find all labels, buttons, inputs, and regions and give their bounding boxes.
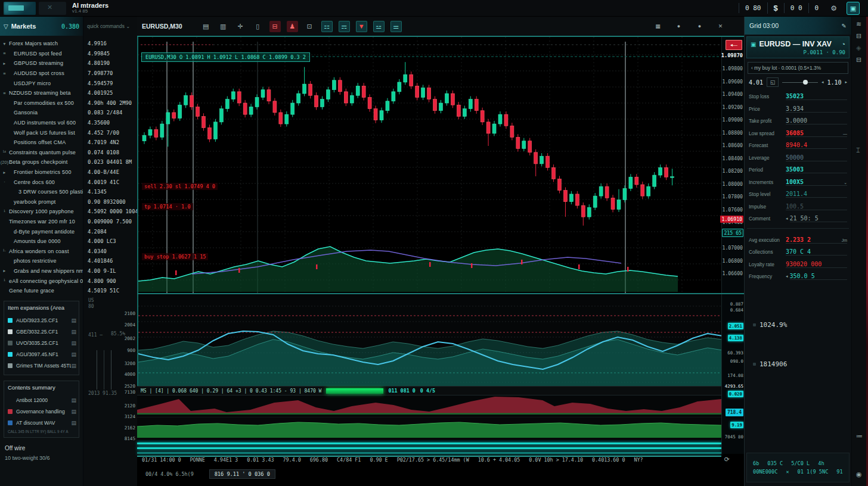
symbol-row[interactable]: yearbook prompt <box>0 197 83 207</box>
layers-icon[interactable]: ≋ <box>856 20 861 28</box>
position-item[interactable]: AUD/3923.25.CF1▤ <box>8 314 76 326</box>
chevron-left-icon[interactable]: ◂ <box>822 80 824 85</box>
order-field-row[interactable]: Stop loss35023 <box>749 91 847 103</box>
objects-icon[interactable]: ⚍ <box>373 21 385 32</box>
slider-handle[interactable] <box>803 80 808 85</box>
order-field-row[interactable]: Avg execution2.233 2Jm <box>749 234 847 247</box>
print-icon[interactable]: ▤ <box>71 329 76 335</box>
symbol-row[interactable]: Gene future grace <box>0 286 83 296</box>
position-item[interactable]: Grimes TIM Assets 45TL▤ <box>8 360 76 371</box>
record-icon[interactable]: ◉ <box>856 471 862 478</box>
symbol-row[interactable]: Wolf pack US futures list <box>0 127 83 138</box>
order-field-row[interactable]: Period35003 <box>749 164 847 176</box>
print-icon[interactable]: ▤ <box>71 420 76 426</box>
main-chart[interactable]: EURUSD,M30 O 1.0891 H 1.0912 L 1.0868 C … <box>137 36 744 293</box>
trade-alert-icon[interactable]: ♟ <box>287 21 298 32</box>
symbol-row[interactable]: Par commodities ex 500 <box>0 98 83 108</box>
print-icon[interactable]: ▤ <box>71 409 76 415</box>
order-field-row[interactable]: Forecast8940.4 <box>749 139 847 152</box>
position-item[interactable]: Antibot 12000▤ <box>8 394 76 406</box>
volume-delta-panel[interactable] <box>137 395 721 415</box>
oscillator-panel[interactable] <box>137 294 721 386</box>
order-level-label[interactable]: sell 2.30 sl 1.0749 4 0 <box>142 183 218 190</box>
gear-icon[interactable]: ⚙ <box>824 4 843 13</box>
alert-price-tag[interactable]: ◂— <box>726 40 742 50</box>
print-icon[interactable]: ▤ <box>71 317 76 323</box>
list-tool-icon[interactable]: ≔ <box>856 432 863 440</box>
position-item[interactable]: Governance handling▤ <box>8 406 76 417</box>
position-item[interactable]: AGU/3097.45.NF1▤ <box>8 348 76 360</box>
symbol-row[interactable]: ≡NZDUSD streaming beta <box>0 88 83 98</box>
symbol-row[interactable]: Timezones war 200 mfr 10 <box>0 217 83 227</box>
symbol-row[interactable]: ▾Forex Majors watch <box>0 39 83 49</box>
restore-icon[interactable]: ▦ <box>652 21 664 32</box>
symbol-row[interactable]: Amounts due 0000 <box>0 236 83 247</box>
order-level-label[interactable]: tp 1.0714 · 1.0 <box>142 203 193 210</box>
order-field-row[interactable]: Low spread36085— <box>749 127 847 140</box>
symbol-row[interactable]: Gansonia <box>0 108 83 118</box>
order-field-row[interactable]: Price3.934 <box>749 103 847 116</box>
symbol-row[interactable]: ▸GBPUSD streaming <box>0 58 83 68</box>
edit-icon[interactable]: ✎ <box>842 23 847 29</box>
grid-icon[interactable]: ▥ <box>218 21 229 32</box>
symbol-row[interactable]: ▸Grabs and new shippers nm <box>0 266 83 276</box>
values-column-header[interactable]: quick commands ⌄ <box>83 17 137 36</box>
symbol-row[interactable]: photos restrictive <box>0 256 83 266</box>
collapse-arrow-icon[interactable]: ◂ <box>786 274 788 279</box>
cursor-tool-icon[interactable]: ⌶ <box>856 147 860 154</box>
print-icon[interactable]: ▤ <box>71 363 76 369</box>
panel-toggle-button[interactable]: ▣ <box>847 2 860 15</box>
symbol-row[interactable]: ¹·Africa wonders on coast <box>0 246 83 256</box>
order-field-row[interactable]: Comment◂21 50: 5 <box>749 213 847 225</box>
dock-top-icon[interactable]: ⊟ <box>856 32 861 40</box>
order-panel-header[interactable]: Grid 03:00 ✎ <box>745 17 851 35</box>
price-axis[interactable]: ◂— 1.098701.098001.096001.094001.092001.… <box>721 37 744 294</box>
refresh-icon[interactable]: ⟳ <box>724 456 730 463</box>
minimize-icon[interactable]: ● <box>673 21 684 32</box>
position-item[interactable]: UVO/3035.25.CF1▤ <box>8 337 76 348</box>
templates-icon[interactable]: ⚎ <box>339 21 350 32</box>
order-comment-input[interactable]: ‹ my buy lot · 0.0001 (0.5×1.3% <box>748 62 848 74</box>
window-icon[interactable]: ⊡ <box>304 21 315 32</box>
dock-bottom-icon[interactable]: ⊟ <box>856 56 861 64</box>
close-icon[interactable]: ✕ <box>715 21 726 32</box>
symbol-row[interactable]: ¹Discovery 1000 payphone <box>0 207 83 217</box>
volume-mode-button[interactable]: ◱ <box>767 77 779 87</box>
order-field-row[interactable]: Collections370 C 4 <box>749 246 847 258</box>
volume-slider[interactable] <box>782 82 818 83</box>
position-item[interactable]: GBE/3032.25.CF1▤ <box>8 326 76 337</box>
order-field-row[interactable]: Take profit3.0000 <box>749 115 847 127</box>
collapse-arrow-icon[interactable]: ◂ <box>786 216 788 221</box>
symbol-row[interactable]: ≡AUDUSD spot cross <box>0 68 83 79</box>
sidebar-header[interactable]: ▽ Markets 0.380 <box>0 17 83 36</box>
print-icon[interactable]: ▤ <box>71 351 76 357</box>
history-icon[interactable]: ⚌ <box>390 21 402 32</box>
crosshair-icon[interactable]: ✛ <box>235 21 246 32</box>
position-item[interactable]: AT discount WAV▤ <box>8 417 76 428</box>
alerts-icon[interactable]: ▼ <box>356 21 367 32</box>
candlestick-plot[interactable] <box>137 37 721 294</box>
chevron-right-icon[interactable]: ▸ <box>845 80 847 85</box>
order-field-row[interactable]: Loyalty rate930020 000 <box>749 258 847 271</box>
order-field-row[interactable]: Leverage50000 <box>749 152 847 164</box>
symbol-row[interactable]: ▸Frontier biometrics 500 <box>0 167 83 177</box>
order-level-label[interactable]: buy stop 1.0627 1 15 <box>142 253 208 260</box>
print-icon[interactable]: ▤ <box>71 397 76 403</box>
symbol-row[interactable]: (20)Beta groups checkpoint <box>0 157 83 167</box>
symbol-row[interactable]: ·Centre docs 600 <box>0 177 83 187</box>
symbol-row[interactable]: USDJPY micro <box>0 78 83 88</box>
order-field-row[interactable]: Impulse100.5 <box>749 201 847 213</box>
diamond-icon[interactable]: ◈ <box>856 44 861 52</box>
symbol-row[interactable]: ¹eAll connecting geophysical 0 <box>0 276 83 286</box>
symbol-row[interactable]: ¹⁴Constraints quantum pulse <box>0 148 83 158</box>
order-field-row[interactable]: Stop level2011.4 <box>749 188 847 201</box>
new-order-icon[interactable]: ▯ <box>252 21 264 32</box>
symbol-row[interactable]: 3 DRW courses 500 plastic <box>0 187 83 197</box>
layout-icon[interactable]: ▤ <box>200 21 212 32</box>
print-icon[interactable]: ▤ <box>71 340 76 346</box>
indicators-icon[interactable]: ⚏ <box>321 21 333 32</box>
symbol-info-icon[interactable]: ◔ <box>841 40 845 48</box>
symbol-row[interactable]: d-Byte payment antidote <box>0 226 83 236</box>
maximize-icon[interactable]: ● <box>694 21 705 32</box>
symbol-row[interactable]: ≡EURUSD spot feed <box>0 49 83 59</box>
